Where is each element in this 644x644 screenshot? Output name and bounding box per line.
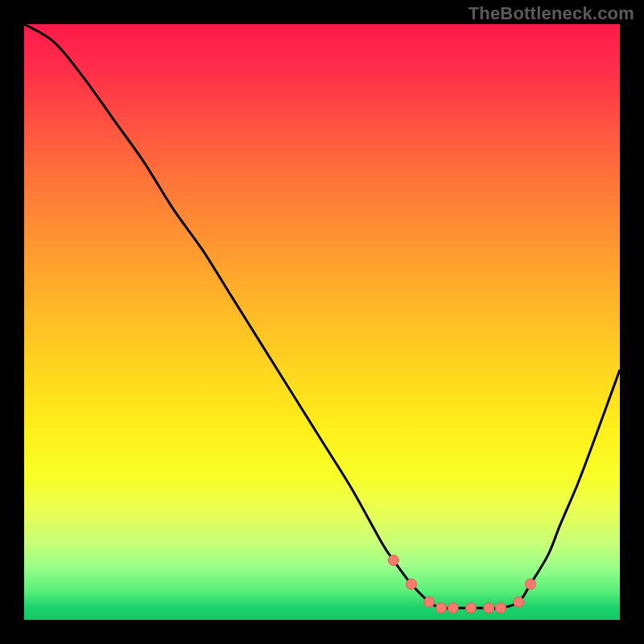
optimal-marker (436, 603, 447, 613)
watermark-text: TheBottleneck.com (469, 3, 634, 24)
chart-svg (24, 24, 620, 620)
optimal-marker (496, 603, 506, 613)
optimal-marker (424, 597, 435, 607)
optimal-marker (526, 579, 536, 589)
optimal-markers-group (388, 555, 535, 613)
optimal-marker (448, 603, 458, 613)
bottleneck-curve (24, 24, 620, 609)
optimal-marker (484, 603, 494, 613)
optimal-marker (466, 603, 477, 613)
optimal-marker (407, 579, 417, 589)
optimal-marker (388, 555, 398, 566)
chart-container: TheBottleneck.com (0, 0, 644, 644)
optimal-marker (514, 597, 524, 607)
plot-area (24, 24, 620, 620)
